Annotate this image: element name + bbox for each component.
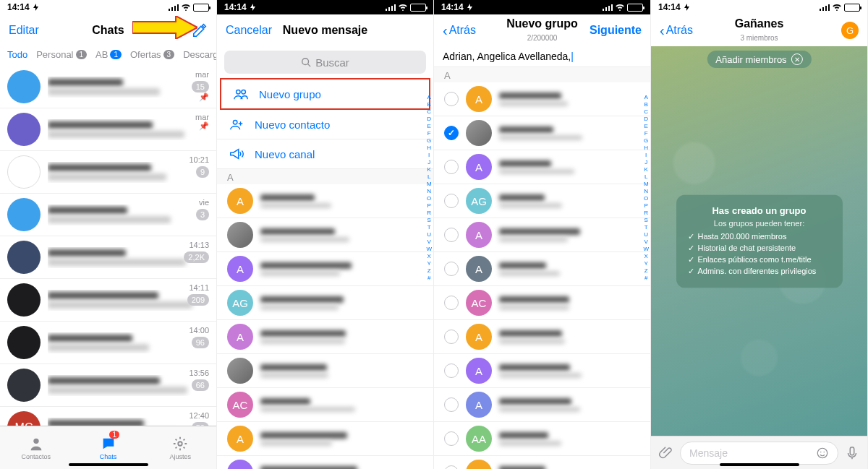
contact-row[interactable]: AG	[434, 184, 650, 218]
filter-tab[interactable]: Descarga	[183, 49, 216, 60]
tab-contacts[interactable]: Contactos	[0, 426, 72, 469]
section-header: A	[434, 67, 650, 82]
radio[interactable]	[444, 160, 459, 174]
contact-row[interactable]: A	[434, 388, 650, 422]
close-icon[interactable]: ✕	[791, 53, 803, 65]
cancel-button[interactable]: Cancelar	[226, 24, 272, 37]
radio[interactable]	[444, 194, 459, 208]
nav-title: Chats	[92, 24, 124, 37]
chat-row[interactable]: 14:11209	[0, 279, 216, 322]
chat-row[interactable]: mar📌	[0, 108, 216, 151]
svg-point-0	[33, 438, 38, 443]
back-button[interactable]: ‹Atrás	[660, 23, 693, 38]
radio[interactable]	[444, 330, 459, 344]
svg-rect-9	[850, 447, 854, 455]
contact-row[interactable]: A	[434, 218, 650, 252]
radio[interactable]	[444, 126, 459, 140]
gear-icon	[171, 436, 189, 452]
radio[interactable]	[444, 465, 459, 469]
radio[interactable]	[444, 296, 459, 310]
contact-row[interactable]: AC	[217, 388, 433, 422]
chat-background: Añadir miembros✕ Has creado un grupo Los…	[651, 46, 867, 436]
status-bar: 14:14	[434, 0, 650, 14]
nav-title: Gañanes3 miembros	[735, 17, 784, 43]
attach-icon[interactable]	[658, 445, 674, 461]
contact-row[interactable]: A	[434, 320, 650, 354]
group-avatar[interactable]: G	[841, 22, 859, 39]
alpha-index[interactable]: ABCDEFGHIJKLMNOPRSTUVWXYZ#	[426, 94, 432, 281]
contact-row[interactable]: A	[217, 252, 433, 286]
contact-row[interactable]	[217, 354, 433, 388]
filter-tab[interactable]: Ofertas3	[130, 49, 174, 60]
contact-row[interactable]: A	[434, 150, 650, 184]
alpha-index[interactable]: ABCDEFGHIJKLMNOPRSTUVWXYZ#	[643, 94, 649, 281]
radio[interactable]	[444, 397, 459, 412]
selected-contacts[interactable]: Adrian, Angelica Avellaneda,|	[434, 46, 650, 67]
status-bar: 14:14	[217, 0, 433, 14]
chat-row[interactable]: 14:132,2K	[0, 236, 216, 279]
mic-icon[interactable]	[844, 445, 860, 461]
radio[interactable]	[444, 92, 459, 106]
contact-row[interactable]: A	[434, 82, 650, 116]
option-group[interactable]: Nuevo grupo	[220, 78, 430, 110]
contact-row[interactable]: AA	[434, 422, 650, 456]
arrow-annotation	[132, 16, 197, 39]
filter-tab[interactable]: AB1	[95, 49, 122, 60]
card-subtitle: Los grupos pueden tener:	[688, 218, 831, 227]
screen-new-group: 14:14 ‹Atrás Nuevo grupo2/200000 Siguien…	[434, 0, 651, 469]
status-time: 14:14	[7, 2, 40, 12]
radio[interactable]	[444, 262, 459, 276]
search-icon	[301, 57, 311, 67]
contact-row[interactable]: AG	[217, 286, 433, 320]
chat-row[interactable]: 10:219	[0, 151, 216, 194]
nav-bar: ‹Atrás Nuevo grupo2/200000 Siguiente	[434, 14, 650, 46]
add-members-pill[interactable]: Añadir miembros✕	[707, 51, 811, 68]
chat-row[interactable]: 14:0096	[0, 322, 216, 364]
chat-row[interactable]: mar15📌	[0, 66, 216, 108]
feature-item: Enlaces públicos como t.me/title	[688, 254, 831, 264]
chat-row[interactable]: vie3	[0, 194, 216, 236]
contact-row[interactable]: A	[217, 184, 433, 218]
tab-settings[interactable]: Ajustes	[144, 426, 216, 469]
screen-new-message: 14:14 Cancelar Nuevo mensaje Buscar Nuev…	[217, 0, 434, 469]
contact-list: AAAGAACAAAAAAmir - Gema	[217, 184, 433, 469]
back-button[interactable]: ‹Atrás	[443, 23, 476, 38]
edit-button[interactable]: Editar	[9, 24, 39, 37]
svg-point-2	[302, 59, 309, 65]
svg-point-1	[178, 442, 182, 446]
search-input[interactable]: Buscar	[224, 51, 426, 74]
contact-row[interactable]	[434, 116, 650, 150]
contact-row[interactable]	[217, 218, 433, 252]
filter-tab[interactable]: Personal1	[36, 49, 87, 60]
status-bar: 14:14	[0, 0, 216, 14]
sticker-icon[interactable]	[816, 447, 829, 460]
next-button[interactable]: Siguiente	[590, 24, 642, 37]
svg-point-6	[817, 448, 827, 458]
radio[interactable]	[444, 431, 459, 446]
contact-row[interactable]: A	[434, 252, 650, 286]
option-contact[interactable]: Nuevo contacto	[217, 110, 433, 139]
battery-icon	[193, 4, 209, 12]
status-bar: 14:14	[651, 0, 867, 14]
contact-row[interactable]: A	[217, 320, 433, 354]
contact-row[interactable]: AC	[434, 286, 650, 320]
filter-tab[interactable]: Todo	[7, 49, 27, 60]
tab-bar: Contactos 1 Chats Ajustes	[0, 426, 216, 469]
option-channel[interactable]: Nuevo canal	[217, 139, 433, 169]
chevron-left-icon: ‹	[660, 23, 665, 38]
filter-tabs: TodoPersonal1AB1Ofertas3Descarga	[0, 46, 216, 66]
contact-row[interactable]: A	[217, 422, 433, 456]
message-input[interactable]: Mensaje	[680, 442, 838, 465]
feature-list: Hasta 200.000 miembrosHistorial de chat …	[688, 231, 831, 275]
svg-point-8	[824, 451, 825, 452]
nav-bar: ‹Atrás Gañanes3 miembros G	[651, 14, 867, 46]
contact-row[interactable]: A	[217, 456, 433, 469]
radio[interactable]	[444, 228, 459, 242]
unread-badge: 1	[109, 431, 119, 439]
screen-group-created: 14:14 ‹Atrás Gañanes3 miembros G Añadir …	[651, 0, 868, 469]
contact-row[interactable]: A	[434, 456, 650, 469]
svg-point-5	[233, 121, 237, 125]
radio[interactable]	[444, 363, 459, 378]
contact-row[interactable]: A	[434, 354, 650, 388]
chat-row[interactable]: 13:5666	[0, 364, 216, 407]
